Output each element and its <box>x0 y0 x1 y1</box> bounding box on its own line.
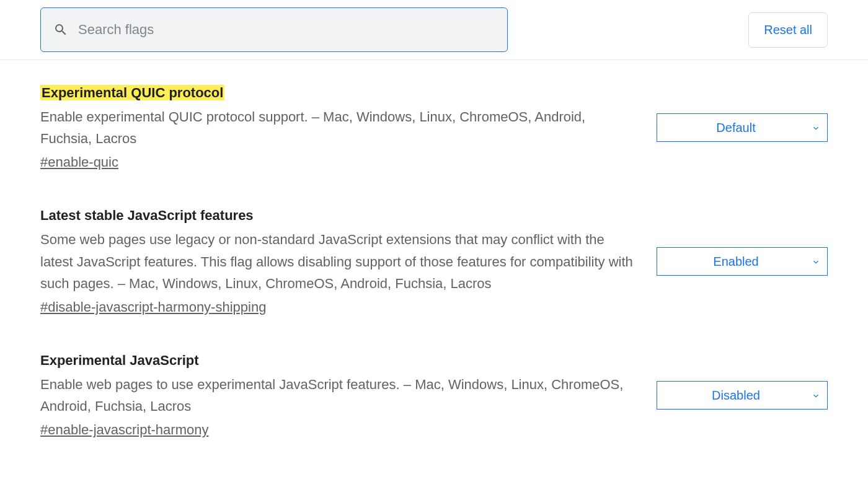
search-box[interactable] <box>40 7 508 52</box>
flag-row: Experimental JavaScript Enable web pages… <box>40 353 828 438</box>
flag-state-select[interactable]: Default <box>657 113 828 142</box>
flag-state-select[interactable]: Disabled <box>657 381 828 410</box>
flag-title: Experimental QUIC protocol <box>40 85 224 100</box>
flag-description: Some web pages use legacy or non-standar… <box>40 229 638 294</box>
flag-select-wrap: Disabled <box>657 381 828 410</box>
flag-description: Enable web pages to use experimental Jav… <box>40 374 638 417</box>
flag-select-wrap: Enabled <box>657 247 828 276</box>
flag-title: Latest stable JavaScript features <box>40 208 254 223</box>
select-container: Enabled <box>657 247 828 276</box>
flag-description: Enable experimental QUIC protocol suppor… <box>40 106 638 149</box>
reset-all-button[interactable]: Reset all <box>748 12 828 48</box>
flag-anchor-link[interactable]: #enable-quic <box>40 154 118 170</box>
select-container: Disabled <box>657 381 828 410</box>
flag-text: Latest stable JavaScript features Some w… <box>40 208 638 315</box>
select-container: Default <box>657 113 828 142</box>
flag-text: Experimental QUIC protocol Enable experi… <box>40 85 638 170</box>
search-input[interactable] <box>78 22 495 38</box>
flag-anchor-link[interactable]: #enable-javascript-harmony <box>40 422 208 438</box>
flag-select-wrap: Default <box>657 113 828 142</box>
flag-state-select[interactable]: Enabled <box>657 247 828 276</box>
flags-content: Experimental QUIC protocol Enable experi… <box>0 60 868 482</box>
search-icon <box>53 22 68 37</box>
flag-title: Experimental JavaScript <box>40 353 199 368</box>
flag-anchor-link[interactable]: #disable-javascript-harmony-shipping <box>40 299 266 315</box>
header: Reset all <box>0 0 868 60</box>
flag-text: Experimental JavaScript Enable web pages… <box>40 353 638 438</box>
flag-row: Latest stable JavaScript features Some w… <box>40 208 828 315</box>
flag-row: Experimental QUIC protocol Enable experi… <box>40 85 828 170</box>
